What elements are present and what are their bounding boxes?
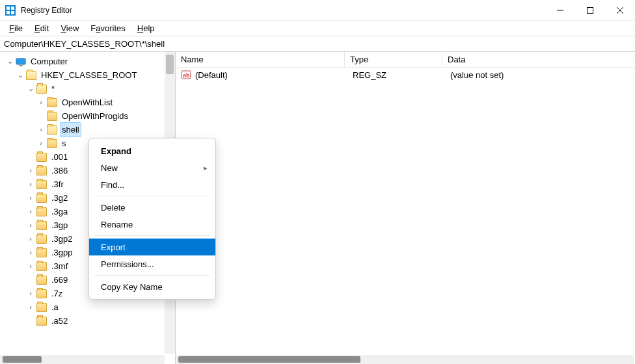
folder-icon	[36, 194, 47, 203]
values-header: Name Type Data	[176, 52, 635, 68]
ctx-new[interactable]: New▸	[89, 159, 215, 176]
title-bar: Registry Editor	[0, 0, 635, 21]
chevron-down-icon[interactable]: ⌄	[16, 68, 25, 82]
svg-rect-1	[7, 6, 10, 10]
tree-node-openwithlist[interactable]: › OpenWithList	[3, 96, 175, 109]
tree-label: Computer	[29, 55, 70, 68]
ctx-separator	[94, 235, 210, 236]
tree-node[interactable]: ›.a	[3, 300, 175, 314]
tree-label: .3g2	[49, 191, 70, 205]
ctx-permissions[interactable]: Permissions...	[89, 255, 215, 272]
scrollbar-thumb[interactable]	[166, 55, 174, 74]
chevron-right-icon[interactable]: ›	[36, 123, 46, 136]
folder-icon	[36, 207, 47, 216]
chevron-right-icon[interactable]: ›	[26, 205, 35, 218]
folder-icon	[36, 276, 47, 285]
tree-label: .a52	[49, 314, 70, 328]
column-header-type[interactable]: Type	[345, 52, 442, 67]
chevron-right-icon[interactable]: ›	[26, 218, 35, 232]
folder-icon	[36, 317, 47, 326]
menu-edit[interactable]: Edit	[29, 22, 54, 34]
submenu-arrow-icon: ▸	[204, 164, 208, 172]
chevron-right-icon[interactable]: ›	[26, 177, 35, 191]
folder-icon	[36, 235, 47, 244]
tree-label-selected: shell	[60, 122, 81, 137]
value-data: (value not set)	[445, 70, 635, 80]
ctx-separator	[94, 196, 210, 196]
chevron-right-icon[interactable]: ›	[26, 300, 35, 314]
close-button[interactable]	[605, 0, 635, 20]
tree-label: .001	[49, 150, 70, 164]
column-header-data[interactable]: Data	[442, 52, 635, 67]
tree-label: .3gp	[49, 218, 70, 232]
chevron-right-icon[interactable]: ›	[26, 191, 35, 205]
tree-label: .669	[49, 273, 70, 287]
value-row[interactable]: ab (Default) REG_SZ (value not set)	[176, 68, 635, 82]
tree-node-shell[interactable]: › shell	[3, 123, 175, 136]
menu-file[interactable]: File	[4, 22, 28, 34]
folder-icon	[36, 166, 47, 176]
string-value-icon: ab	[181, 70, 191, 80]
scrollbar-thumb[interactable]	[178, 356, 360, 363]
tree-label: .7z	[49, 287, 64, 300]
ctx-find[interactable]: Find...	[89, 176, 215, 193]
menu-favorites[interactable]: Favorites	[85, 22, 130, 34]
tree-label: .3fr	[49, 177, 66, 191]
minimize-button[interactable]	[545, 0, 575, 20]
tree-label: *	[49, 82, 57, 96]
tree-horizontal-scrollbar[interactable]	[0, 355, 165, 364]
tree-label: OpenWithList	[60, 96, 115, 109]
ctx-copy-key-name[interactable]: Copy Key Name	[89, 278, 215, 295]
ctx-delete[interactable]: Delete	[89, 199, 215, 216]
tree-node-computer[interactable]: ⌄ Computer	[3, 55, 175, 68]
values-horizontal-scrollbar[interactable]	[176, 355, 634, 364]
window-title: Registry Editor	[21, 6, 72, 15]
scrollbar-thumb[interactable]	[3, 356, 42, 363]
svg-rect-9	[16, 58, 25, 64]
chevron-down-icon[interactable]: ⌄	[5, 55, 14, 68]
tree-label: .3gp2	[49, 232, 75, 246]
folder-open-icon	[26, 71, 36, 80]
chevron-right-icon[interactable]: ›	[36, 136, 46, 150]
tree-label: s	[60, 136, 68, 150]
context-menu: Expand New▸ Find... Delete Rename Export…	[88, 138, 216, 300]
chevron-down-icon[interactable]: ⌄	[26, 82, 35, 96]
folder-icon	[36, 262, 47, 271]
chevron-right-icon[interactable]: ›	[36, 96, 46, 109]
tree-node-openwithprogids[interactable]: OpenWithProgids	[3, 109, 175, 123]
tree-node-star[interactable]: ⌄ *	[3, 82, 175, 96]
value-name: (Default)	[195, 70, 347, 80]
values-panel: Name Type Data ab (Default) REG_SZ (valu…	[176, 52, 635, 364]
chevron-right-icon[interactable]: ›	[26, 246, 35, 259]
tree-label: .3ga	[49, 205, 70, 218]
regedit-app-icon	[5, 5, 16, 16]
computer-icon	[16, 57, 26, 66]
menu-view[interactable]: View	[55, 22, 84, 34]
tree-label: .a	[49, 300, 61, 314]
chevron-right-icon[interactable]: ›	[26, 259, 35, 273]
maximize-button[interactable]	[575, 0, 605, 20]
ctx-rename[interactable]: Rename	[89, 216, 215, 233]
tree-label: .3mf	[49, 259, 70, 273]
chevron-right-icon[interactable]: ›	[26, 232, 35, 246]
tree-node-hkcr[interactable]: ⌄ HKEY_CLASSES_ROOT	[3, 68, 175, 82]
tree-node[interactable]: .a52	[3, 314, 175, 328]
chevron-right-icon[interactable]: ›	[26, 164, 35, 177]
ctx-expand[interactable]: Expand	[89, 142, 215, 159]
tree-label: OpenWithProgids	[60, 109, 130, 123]
svg-rect-3	[7, 11, 10, 14]
svg-text:ab: ab	[183, 72, 190, 79]
folder-icon	[47, 112, 57, 121]
window-controls	[545, 0, 635, 20]
column-header-name[interactable]: Name	[176, 52, 345, 67]
menu-help[interactable]: Help	[132, 22, 160, 34]
folder-open-icon	[47, 125, 57, 135]
svg-rect-2	[11, 6, 14, 10]
tree-label: .386	[49, 164, 70, 177]
chevron-right-icon[interactable]: ›	[26, 287, 35, 300]
folder-icon	[36, 289, 47, 298]
ctx-separator	[94, 275, 210, 276]
ctx-export[interactable]: Export	[89, 239, 215, 255]
value-type: REG_SZ	[347, 70, 445, 80]
address-bar[interactable]: Computer\HKEY_CLASSES_ROOT\*\shell	[0, 36, 635, 52]
